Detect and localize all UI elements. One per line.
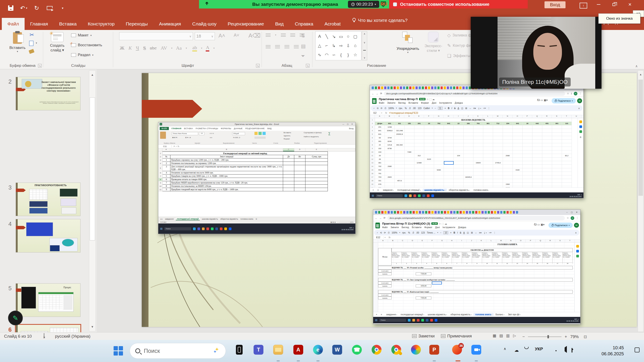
phone-link-icon[interactable] bbox=[236, 345, 242, 355]
column-header[interactable]: R bbox=[546, 240, 555, 242]
editor-scroll-up[interactable]: ▲ bbox=[638, 71, 643, 78]
undo-button[interactable]: ↶▾ bbox=[19, 3, 28, 12]
timer-dropdown-icon[interactable]: ▾ bbox=[375, 3, 376, 6]
shape-icon[interactable]: ⌂ bbox=[352, 41, 359, 50]
paste-dropdown-icon[interactable]: ▾ bbox=[9, 50, 26, 53]
notes-button[interactable]: Заметки bbox=[412, 334, 435, 339]
sheets-formula-bar[interactable]: I12 ▾ fx ='господарські операції'!E23 bbox=[370, 111, 584, 115]
spacing-dropdown-icon[interactable]: ▾ bbox=[171, 47, 172, 50]
browser-profile-icon[interactable] bbox=[411, 345, 421, 355]
shape-icon[interactable]: ▢ bbox=[352, 32, 359, 41]
bookmark-star-icon[interactable]: ☆ bbox=[567, 217, 569, 219]
ribbon-tab[interactable]: Файл bbox=[2, 18, 24, 30]
paragraph-dialog-launcher[interactable]: ↘ bbox=[306, 64, 310, 67]
column-header[interactable]: H bbox=[444, 115, 454, 118]
zoom-out-button[interactable]: − bbox=[522, 334, 525, 339]
font-dialog-launcher[interactable]: ↘ bbox=[256, 64, 260, 67]
sheet-tab[interactable]: господарські операції bbox=[399, 313, 426, 316]
add-icon[interactable]: + bbox=[580, 135, 582, 139]
contacts-icon[interactable] bbox=[580, 130, 582, 133]
sheet-tab[interactable]: шахова відомість bbox=[426, 313, 449, 316]
font-size-combo[interactable]: 18∨ bbox=[195, 32, 215, 40]
italic-button[interactable]: К bbox=[128, 45, 132, 51]
sheet-tab[interactable]: господарські операції bbox=[396, 189, 422, 192]
align-text-button[interactable]: ▤ bbox=[301, 43, 306, 49]
excel-formula-bar[interactable]: C11 ✕ ✓ fx bbox=[158, 145, 355, 148]
address-bar[interactable]: docs.google.com/spreadsheets/d/10NVjBYA8… bbox=[384, 91, 565, 96]
sheets-top-screenshot[interactable]: − ▢ ✕ ← → ⟳ docs.google.com/spreadsheets… bbox=[370, 85, 584, 198]
panel-scroll-thumb[interactable] bbox=[90, 97, 95, 240]
convert-smartart-button[interactable]: ⏷ bbox=[301, 53, 305, 59]
grow-font-button[interactable]: А˄ bbox=[218, 33, 225, 39]
excel-grid[interactable]: Господарські операції за звітний період … bbox=[158, 151, 355, 217]
toolbar-search-icon[interactable]: ⌕ bbox=[374, 107, 375, 109]
column-header[interactable]: F bbox=[427, 240, 437, 242]
slideshow-view-button[interactable]: ▷ bbox=[511, 334, 518, 338]
column-header[interactable]: I bbox=[454, 115, 463, 118]
column-header[interactable]: C bbox=[394, 115, 404, 118]
sheets-grid[interactable]: ГОЛОВНА КНИГА ОБОРОТИ за ДЕБЕТОМ Місяці … bbox=[373, 243, 580, 312]
sheets-name-box[interactable]: E12 bbox=[373, 236, 384, 239]
sheets-bottom-screenshot[interactable]: − ▢ ✕ ← → ⟳ docs.google.com/spreadsheets… bbox=[373, 209, 580, 324]
highlight-button[interactable]: ab bbox=[192, 45, 197, 51]
save-button[interactable] bbox=[6, 3, 16, 12]
bullets-button[interactable] bbox=[266, 33, 270, 37]
start-button[interactable] bbox=[114, 346, 123, 356]
clear-formatting-button[interactable]: А⌫ bbox=[248, 32, 260, 39]
align-left-button[interactable] bbox=[266, 45, 270, 48]
comments-button[interactable]: Примечания bbox=[441, 334, 472, 339]
add-sheet-icon[interactable]: + bbox=[371, 189, 375, 191]
character-spacing-button[interactable]: AV bbox=[160, 45, 167, 51]
slide-thumbnail-3[interactable]: ПРАКТИКООРІЄНТОВАНІСТЬ bbox=[16, 183, 80, 216]
sheet-tab[interactable]: головна книга bbox=[472, 189, 491, 192]
column-header[interactable]: T bbox=[565, 240, 575, 242]
keep-icon[interactable] bbox=[576, 245, 579, 248]
excel-tab-home[interactable]: ГЛАВНАЯ bbox=[172, 127, 181, 130]
excel-tab[interactable]: ВСТАВКА bbox=[184, 127, 193, 130]
column-header[interactable]: H bbox=[447, 240, 457, 242]
all-sheets-icon[interactable]: ≡ bbox=[380, 313, 384, 316]
shape-icon[interactable]: ☆ bbox=[352, 50, 359, 59]
add-sheet-icon[interactable]: + bbox=[374, 313, 378, 316]
teams-icon[interactable]: T bbox=[254, 345, 264, 355]
history-comment-icons[interactable]: 🗘 ▭ ▣▾ bbox=[537, 98, 548, 102]
spellcheck-icon[interactable]: ✕ bbox=[44, 333, 44, 338]
forward-icon[interactable]: → bbox=[376, 92, 378, 95]
slide-sorter-view-button[interactable]: ▤ bbox=[498, 334, 504, 338]
sheet-tab[interactable]: завдання bbox=[384, 313, 399, 316]
new-slide-button[interactable]: ✳ Создатьслайд ▾ bbox=[47, 32, 68, 52]
column-header[interactable]: U bbox=[572, 115, 582, 118]
shape-icon[interactable]: ∽ bbox=[330, 50, 338, 59]
excel-tab-file[interactable]: ФАЙЛ bbox=[160, 127, 169, 130]
align-center-button[interactable] bbox=[275, 45, 280, 48]
column-header[interactable]: G bbox=[434, 115, 444, 118]
chrome-icon-1[interactable] bbox=[372, 345, 382, 355]
arrange-dropdown-icon[interactable]: ▾ bbox=[394, 51, 421, 54]
ribbon-tab[interactable]: Вид bbox=[270, 18, 289, 30]
word-icon[interactable]: W bbox=[332, 345, 342, 355]
panel-scroll-up[interactable]: ▲ bbox=[89, 71, 96, 79]
excel-sheet-tab-active[interactable]: господарські операції bbox=[176, 218, 200, 220]
file-explorer-icon[interactable] bbox=[273, 345, 283, 355]
column-header[interactable]: Q bbox=[536, 240, 546, 242]
section-button[interactable]: Раздел▾ bbox=[71, 53, 94, 57]
ribbon-tab[interactable]: Анимация bbox=[154, 18, 187, 30]
shape-icon[interactable]: A bbox=[316, 32, 323, 41]
reload-icon[interactable]: ⟳ bbox=[380, 92, 382, 95]
zoom-in-button[interactable]: + bbox=[564, 334, 567, 339]
browser-avatar[interactable]: H bbox=[574, 92, 577, 95]
column-header[interactable]: C bbox=[398, 240, 408, 242]
column-header[interactable]: E bbox=[414, 115, 424, 118]
excel-login[interactable]: Вход bbox=[349, 127, 354, 130]
slide-thumbnail-2[interactable]: Захист навчальної практики «Фінанси суб'… bbox=[16, 77, 80, 110]
column-header[interactable]: J bbox=[463, 115, 473, 118]
sheet-tab-active[interactable]: головна книга bbox=[474, 313, 494, 316]
column-header[interactable]: N bbox=[503, 115, 512, 118]
shape-icon[interactable]: ⇨ bbox=[338, 41, 344, 50]
strikethrough-button[interactable]: abc bbox=[150, 45, 157, 51]
shape-icon[interactable]: } bbox=[344, 50, 352, 59]
volume-icon[interactable] bbox=[563, 348, 567, 352]
column-header[interactable]: P bbox=[526, 240, 536, 242]
column-header[interactable]: S bbox=[555, 240, 565, 242]
excel-tab[interactable]: РЕЦЕНЗИРОВАНИЕ bbox=[245, 127, 265, 130]
